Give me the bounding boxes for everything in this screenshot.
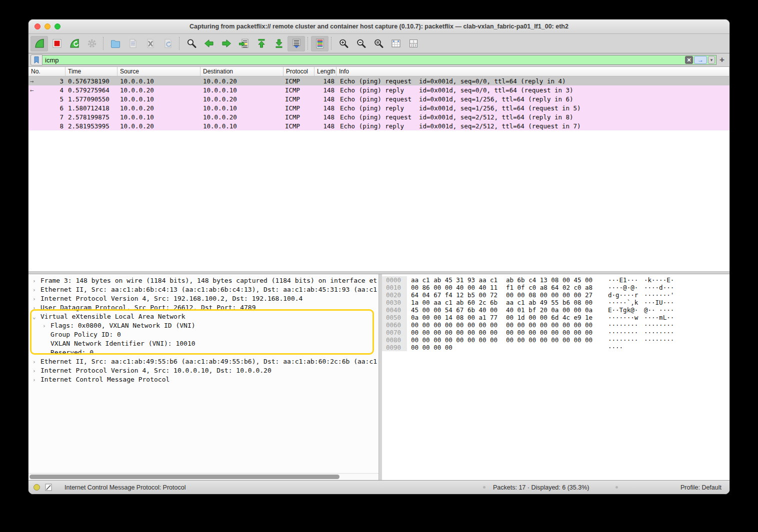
first-packet-button[interactable] [252, 36, 270, 51]
packet-source: 10.0.0.10 [118, 95, 200, 103]
detail-horizontal-scrollbar[interactable] [28, 473, 378, 480]
hex-row[interactable]: 0050 0a 00 00 14 08 00 a1 77 00 1d 00 00… [382, 314, 730, 321]
hex-row[interactable]: 0030 1a 00 aa c1 ab 60 2c 6b aa c1 ab 49… [382, 299, 730, 306]
close-window-button[interactable] [34, 23, 40, 29]
auto-scroll-button[interactable] [288, 36, 305, 51]
hex-row[interactable]: 0040 45 00 00 54 67 6b 40 00 40 01 bf 20… [382, 306, 730, 314]
expand-chevron-icon[interactable]: › [42, 322, 50, 330]
ascii-right: ····mL·· [644, 314, 674, 321]
detail-tree-row[interactable]: ›Ethernet II, Src: aa:c1:ab:49:55:b6 (aa… [28, 357, 378, 366]
colorize-button[interactable] [311, 36, 328, 51]
filter-clear-button[interactable]: ✕ [685, 56, 693, 64]
detail-tree-row[interactable]: ›Internet Control Message Protocol [28, 375, 378, 384]
packet-row[interactable]: 7 2.578199875 10.0.0.10 10.0.0.20 ICMP 1… [28, 112, 730, 121]
filter-bookmark-button[interactable] [30, 54, 42, 65]
expand-chevron-icon[interactable]: › [32, 376, 40, 384]
reload-file-button[interactable] [159, 36, 176, 51]
capture-options-button[interactable] [83, 36, 100, 51]
column-header-protocol[interactable]: Protocol [284, 67, 314, 76]
expand-chevron-icon[interactable] [42, 349, 50, 357]
packet-length: 148 [314, 104, 336, 112]
column-header-length[interactable]: Length [314, 67, 336, 76]
packet-row[interactable]: 5 1.577090550 10.0.0.10 10.0.0.20 ICMP 1… [28, 94, 730, 103]
column-header-source[interactable]: Source [118, 67, 200, 76]
column-header-time[interactable]: Time [66, 67, 118, 76]
detail-tree-row[interactable]: Group Policy ID: 0 [28, 330, 378, 339]
expand-chevron-icon[interactable]: › [32, 358, 40, 366]
packet-row[interactable]: 8 2.581953995 10.0.0.20 10.0.0.10 ICMP 1… [28, 121, 730, 130]
expand-chevron-icon[interactable]: › [32, 295, 40, 303]
detail-tree-row[interactable]: ›Internet Protocol Version 4, Src: 192.1… [28, 294, 378, 303]
window-title: Capturing from packetflix:// remote clus… [190, 23, 568, 30]
capture-comment-icon[interactable] [45, 484, 52, 491]
expand-chevron-icon[interactable]: ⌄ [32, 313, 40, 321]
packet-row[interactable]: 6 1.580712418 10.0.0.20 10.0.0.10 ICMP 1… [28, 103, 730, 112]
last-packet-button[interactable] [270, 36, 288, 51]
detail-tree-row[interactable]: ›User Datagram Protocol, Src Port: 26612… [28, 303, 378, 312]
detail-tree-row[interactable]: ⌄Virtual eXtensible Local Area Network [28, 312, 378, 321]
resize-columns-button[interactable] [387, 36, 404, 51]
packet-info: Echo (ping) request id=0x001d, seq=1/256… [336, 95, 730, 103]
expand-chevron-icon[interactable]: › [32, 367, 40, 375]
packet-list-empty-area [28, 130, 730, 271]
detail-tree-row[interactable]: VXLAN Network Identifier (VNI): 10010 [28, 339, 378, 348]
hex-row[interactable]: 0060 00 00 00 00 00 00 00 00 00 00 00 00… [382, 321, 730, 329]
hex-row[interactable]: 0020 64 04 67 f4 12 b5 00 72 00 00 08 00… [382, 291, 730, 299]
column-header-destination[interactable]: Destination [200, 67, 284, 76]
filter-apply-button[interactable]: → [694, 56, 707, 64]
packet-row[interactable]: →3 0.576738190 10.0.0.10 10.0.0.20 ICMP … [28, 76, 730, 85]
hex-row[interactable]: 0090 00 00 00 00 ···· [382, 344, 730, 351]
hex-row[interactable]: 0070 00 00 00 00 00 00 00 00 00 00 00 00… [382, 329, 730, 336]
minimize-window-button[interactable] [44, 23, 50, 29]
hex-row[interactable]: 0080 00 00 00 00 00 00 00 00 00 00 00 00… [382, 336, 730, 344]
expand-chevron-icon[interactable]: › [32, 286, 40, 294]
hex-offset: 0070 [382, 329, 407, 336]
save-file-button[interactable] [124, 36, 142, 51]
zoom-window-button[interactable] [54, 23, 60, 29]
zoom-in-button[interactable] [334, 36, 352, 51]
profile-text[interactable]: Profile: Default [680, 484, 722, 491]
filter-add-button[interactable]: + [716, 55, 728, 65]
detail-tree-row[interactable]: ›Frame 3: 148 bytes on wire (1184 bits),… [28, 276, 378, 285]
ascii-right: ·k····E· [644, 276, 674, 284]
detail-tree-row[interactable]: ›Internet Protocol Version 4, Src: 10.0.… [28, 366, 378, 375]
expand-chevron-icon[interactable] [42, 331, 50, 339]
svg-text:1: 1 [412, 40, 414, 43]
expert-info-button[interactable] [34, 484, 40, 491]
packet-destination: 10.0.0.20 [200, 95, 284, 103]
scrollbar-thumb[interactable] [30, 475, 340, 479]
detail-tree-row[interactable]: ›Flags: 0x0800, VXLAN Network ID (VNI) [28, 321, 378, 330]
packet-detail-pane: ›Frame 3: 148 bytes on wire (1184 bits),… [28, 274, 379, 480]
display-filter-field: ✕ → ▾ [42, 55, 716, 65]
go-to-packet-button[interactable] [235, 36, 252, 51]
title-bar[interactable]: Capturing from packetflix:// remote clus… [28, 19, 730, 34]
packet-row[interactable]: ←4 0.579275964 10.0.0.20 10.0.0.10 ICMP … [28, 85, 730, 94]
start-capture-button[interactable] [30, 36, 48, 51]
expand-chevron-icon[interactable] [42, 340, 50, 348]
go-forward-button[interactable] [218, 36, 235, 51]
hex-offset: 0030 [382, 299, 407, 306]
go-back-button[interactable] [200, 36, 218, 51]
detail-tree-row[interactable]: Reserved: 0 [28, 348, 378, 357]
close-file-button[interactable] [142, 36, 159, 51]
open-file-button[interactable] [106, 36, 124, 51]
hex-row[interactable]: 0010 00 86 00 00 40 00 40 11 f1 0f c0 a8… [382, 284, 730, 291]
expand-chevron-icon[interactable]: › [32, 304, 40, 312]
packet-counts-text: Packets: 17 · Displayed: 6 (35.3%) [493, 484, 589, 491]
zoom-reset-button[interactable] [370, 36, 387, 51]
filter-dropdown-button[interactable]: ▾ [708, 56, 715, 64]
find-packet-button[interactable] [182, 36, 200, 51]
toolbar-separator [179, 37, 180, 50]
hex-row[interactable]: 0000 aa c1 ab 45 31 93 aa c1 ab 6b c4 13… [382, 276, 730, 284]
detail-tree-row[interactable]: ›Ethernet II, Src: aa:c1:ab:6b:c4:13 (aa… [28, 285, 378, 294]
layout-chooser-button[interactable]: 123 [404, 36, 422, 51]
toolbar-separator [308, 37, 308, 50]
expand-chevron-icon[interactable]: › [32, 277, 40, 285]
display-filter-input[interactable] [42, 55, 685, 65]
restart-capture-button[interactable] [66, 36, 83, 51]
ascii-left: ········ [608, 329, 639, 336]
zoom-out-button[interactable] [352, 36, 370, 51]
column-header-info[interactable]: Info [336, 67, 730, 76]
column-header-no[interactable]: No. [28, 67, 66, 76]
stop-capture-button[interactable] [48, 36, 66, 51]
